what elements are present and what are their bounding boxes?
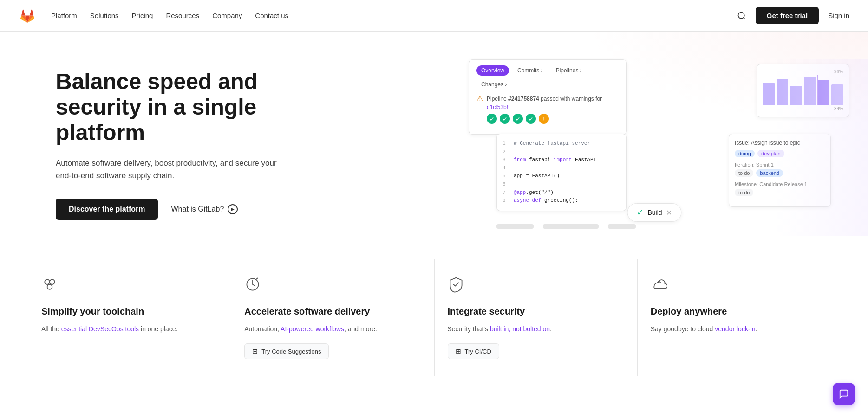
search-icon xyxy=(737,11,746,20)
toolchain-desc: All the essential DevSecOps tools in one… xyxy=(41,324,218,334)
get-free-trial-button[interactable]: Get free trial xyxy=(756,7,819,24)
code-line-8: 8 async def greeting(): xyxy=(503,197,620,205)
code-line-6: 6 xyxy=(503,180,620,189)
hero-left: Balance speed and security in a single p… xyxy=(56,59,325,220)
code-line-5: 5 app = FastAPI() xyxy=(503,172,620,180)
build-label: Build xyxy=(647,209,662,216)
bar-6 xyxy=(831,84,843,106)
security-desc: Security that's built in, not bolted on. xyxy=(448,324,624,334)
code-line-2: 2 xyxy=(503,148,620,156)
svg-point-0 xyxy=(738,12,744,18)
skeleton-2 xyxy=(543,224,599,229)
navbar: Platform Solutions Pricing Resources Com… xyxy=(0,0,868,32)
check-4: ✓ xyxy=(526,114,536,124)
badge-devplan: dev plan xyxy=(757,150,784,157)
badge-todo-2: to do xyxy=(735,189,753,196)
issue-title: Issue: Assign issue to epic xyxy=(735,140,825,146)
pipeline-message: Pipeline #241758874 passed with warnings… xyxy=(487,96,602,110)
milestone-badges: to do xyxy=(735,189,825,196)
iteration-label: Iteration: Sprint 1 xyxy=(735,162,825,167)
badge-todo-1: to do xyxy=(735,169,753,177)
code-suggestions-icon: ⊞ xyxy=(252,347,258,355)
warning-icon: ⚠ xyxy=(476,94,483,103)
chat-button[interactable] xyxy=(833,383,855,395)
nav-links: Platform Solutions Pricing Resources Com… xyxy=(51,12,288,19)
nav-company[interactable]: Company xyxy=(212,12,242,19)
delivery-desc: Automation, AI-powered workflows, and mo… xyxy=(244,324,421,334)
cicd-icon: ⊞ xyxy=(456,347,461,355)
svg-point-4 xyxy=(47,284,52,289)
deploy-desc: Say goodbye to cloud vendor lock-in. xyxy=(651,324,827,334)
sign-in-button[interactable]: Sign in xyxy=(828,12,849,19)
deploy-title: Deploy anywhere xyxy=(651,305,827,317)
nav-pricing[interactable]: Pricing xyxy=(132,12,153,19)
nav-right: Get free trial Sign in xyxy=(737,7,849,24)
feature-deploy: Deploy anywhere Say goodbye to cloud ven… xyxy=(637,259,840,376)
check-2: ✓ xyxy=(500,114,510,124)
delivery-title: Accelerate software delivery xyxy=(244,305,421,317)
chart-label-96: 96% xyxy=(763,69,843,74)
try-code-suggestions-label: Try Code Suggestions xyxy=(261,348,321,355)
hero-title: Balance speed and security in a single p… xyxy=(56,69,325,146)
feature-toolchain: Simplify your toolchain All the essentia… xyxy=(28,259,231,376)
what-is-gitlab-link[interactable]: What is GitLab? ▶ xyxy=(171,204,238,214)
nav-left: Platform Solutions Pricing Resources Com… xyxy=(19,7,288,25)
bar-1 xyxy=(763,83,775,105)
iteration-badges: to do backend xyxy=(735,169,825,177)
toolchain-link[interactable]: essential DevSecOps tools xyxy=(61,325,139,333)
try-cicd-button[interactable]: ⊞ Try CI/CD xyxy=(448,343,499,359)
chat-icon xyxy=(839,389,849,395)
hero-actions: Discover the platform What is GitLab? ▶ xyxy=(56,199,325,220)
discover-platform-button[interactable]: Discover the platform xyxy=(56,199,158,220)
build-close-icon[interactable]: ✕ xyxy=(666,208,672,217)
features-section: Simplify your toolchain All the essentia… xyxy=(0,259,868,395)
bar-5 xyxy=(818,80,830,105)
code-editor-card: 1 # Generate fastapi server 2 3 from fas… xyxy=(496,134,627,211)
chart-card: 96% 84% xyxy=(757,64,849,117)
code-line-4: 4 xyxy=(503,164,620,173)
build-badge: ✓ Build ✕ xyxy=(627,203,681,222)
skeleton-1 xyxy=(496,224,534,229)
bar-4 xyxy=(804,77,816,105)
delivery-link[interactable]: AI-powered workflows xyxy=(281,325,344,333)
pipeline-card: Overview Commits › Pipelines › Changes ›… xyxy=(469,59,627,135)
search-button[interactable] xyxy=(737,11,746,20)
build-check-icon: ✓ xyxy=(637,207,644,218)
security-title: Integrate security xyxy=(448,305,624,317)
code-line-3: 3 from fastapi import FastAPI xyxy=(503,156,620,164)
feature-delivery: Accelerate software delivery Automation,… xyxy=(231,259,434,376)
tab-overview[interactable]: Overview xyxy=(476,65,509,76)
delivery-icon xyxy=(244,276,421,296)
nav-solutions[interactable]: Solutions xyxy=(90,12,119,19)
hero-right: Overview Commits › Pipelines › Changes ›… xyxy=(469,59,840,236)
nav-platform[interactable]: Platform xyxy=(51,12,77,19)
tab-pipelines[interactable]: Pipelines › xyxy=(551,65,587,76)
svg-point-3 xyxy=(50,279,55,284)
hero-subtitle: Automate software delivery, boost produc… xyxy=(56,157,279,182)
security-icon xyxy=(448,276,624,296)
tab-changes[interactable]: Changes › xyxy=(476,79,511,90)
check-3: ✓ xyxy=(513,114,523,124)
issue-card: Issue: Assign issue to epic doing dev pl… xyxy=(729,134,831,207)
badge-doing: doing xyxy=(735,150,755,157)
gitlab-logo[interactable] xyxy=(19,7,36,25)
security-link[interactable]: built in, not bolted on xyxy=(490,325,550,333)
nav-resources[interactable]: Resources xyxy=(166,12,199,19)
deploy-link[interactable]: vendor lock-in xyxy=(715,325,755,333)
nav-contact[interactable]: Contact us xyxy=(255,12,288,19)
issue-status-badges: doing dev plan xyxy=(735,150,825,157)
bar-3 xyxy=(790,86,802,105)
svg-point-2 xyxy=(45,279,50,284)
toolchain-title: Simplify your toolchain xyxy=(41,305,218,317)
what-is-gitlab-text: What is GitLab? xyxy=(171,205,224,213)
milestone-label: Milestone: Candidate Release 1 xyxy=(735,181,825,187)
try-cicd-label: Try CI/CD xyxy=(465,348,491,355)
skeleton-row xyxy=(496,224,636,229)
hero-section: Balance speed and security in a single p… xyxy=(0,32,868,250)
chart-label-84: 84% xyxy=(763,106,843,111)
try-code-suggestions-button[interactable]: ⊞ Try Code Suggestions xyxy=(244,343,329,359)
bar-2 xyxy=(777,79,789,105)
pipeline-tabs: Overview Commits › Pipelines › Changes › xyxy=(476,65,619,90)
skeleton-3 xyxy=(608,224,636,229)
tab-commits[interactable]: Commits › xyxy=(513,65,548,76)
